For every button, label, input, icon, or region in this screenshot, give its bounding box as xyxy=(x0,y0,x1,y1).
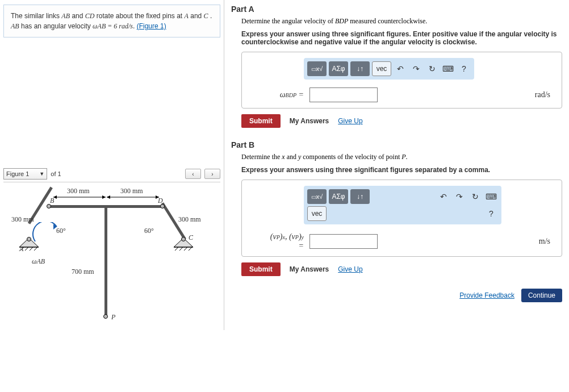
angle-60-left: 60° xyxy=(56,227,66,235)
help-button-b[interactable]: ? xyxy=(484,207,498,220)
A: A xyxy=(185,12,189,20)
undo-button-b[interactable]: ↶ xyxy=(437,190,450,203)
my-answers-label-a: My Answers xyxy=(290,117,329,125)
my-answers-label-b: My Answers xyxy=(290,265,329,273)
CD: CD xyxy=(85,12,95,20)
part-a-answer-box: ▭x√ ΑΣφ ↓↑ vec ↶ ↷ ↻ ⌨ ? ωBDP = rad/s xyxy=(241,52,562,109)
redo-button-b[interactable]: ↷ xyxy=(453,190,466,203)
problem-statement: The similar links AB and CD rotate about… xyxy=(3,5,220,37)
template-button-b[interactable]: ▭x√ xyxy=(307,189,327,204)
equation-toolbar-a: ▭x√ ΑΣφ ↓↑ vec ↶ ↷ ↻ ⌨ ? xyxy=(304,58,474,80)
svg-line-8 xyxy=(175,247,178,251)
subscript-button[interactable]: ↓↑ xyxy=(350,61,370,76)
figure-select[interactable]: Figure 1 ▼ xyxy=(3,168,47,180)
vec-button-b[interactable]: vec xyxy=(307,206,327,221)
label-C: C xyxy=(189,233,193,242)
eq-label-a: ωBDP = xyxy=(250,90,304,99)
t2: and xyxy=(72,12,85,20)
part-a-instruction: Determine the angular velocity of BDP me… xyxy=(241,17,562,26)
undo-button[interactable]: ↶ xyxy=(394,62,407,76)
label-wab: ωAB xyxy=(32,257,45,266)
part-b-instruction: Determine the x and y components of the … xyxy=(241,153,562,161)
figure-1: 300 mm 300 mm 300 mm 300 mm 60° 60° 700 … xyxy=(3,188,208,330)
figure-next-button[interactable]: › xyxy=(204,169,220,179)
reset-button[interactable]: ↻ xyxy=(425,62,439,76)
angle-60-right: 60° xyxy=(144,227,154,235)
give-up-link-b[interactable]: Give Up xyxy=(338,265,362,273)
dim-300d: 300 mm xyxy=(178,215,201,224)
AB: AB xyxy=(61,12,70,20)
t5: . xyxy=(210,12,212,20)
unit-b: m/s xyxy=(539,237,554,246)
figure-select-label: Figure 1 xyxy=(6,170,29,177)
divider xyxy=(3,182,220,182)
answer-input-b[interactable] xyxy=(309,234,378,249)
provide-feedback-link[interactable]: Provide Feedback xyxy=(459,291,514,299)
dim-300b: 300 mm xyxy=(120,187,143,195)
continue-button[interactable]: Continue xyxy=(521,289,562,302)
part-b-hint: Express your answers using three signifi… xyxy=(241,166,562,174)
submit-button-a[interactable]: Submit xyxy=(241,114,281,128)
part-b-answer-box: ▭x√ ΑΣφ ↓↑ ↶ ↷ ↻ ⌨ vec ? (vP)x, (vP)y= m… xyxy=(241,180,562,257)
keyboard-button-b[interactable]: ⌨ xyxy=(484,190,498,203)
submit-button-b[interactable]: Submit xyxy=(241,262,281,276)
part-b-title: Part B xyxy=(231,140,562,149)
part-a-hint: Express your answer using three signific… xyxy=(241,30,562,46)
t6: has an angular velocity xyxy=(21,22,93,30)
figure-link[interactable]: (Figure 1) xyxy=(137,22,166,30)
figure-selector-bar: Figure 1 ▼ of 1 ‹ › xyxy=(3,168,220,180)
part-a-title: Part A xyxy=(231,5,562,14)
t4: and xyxy=(190,12,203,20)
svg-line-10 xyxy=(184,247,187,251)
AB2: AB xyxy=(11,22,19,30)
vec-button[interactable]: vec xyxy=(372,61,391,76)
subscript-button-b[interactable]: ↓↑ xyxy=(350,189,370,204)
t1: The similar links xyxy=(11,12,61,20)
keyboard-button[interactable]: ⌨ xyxy=(441,62,455,76)
t3: rotate about the fixed pins at xyxy=(97,12,185,20)
help-button[interactable]: ? xyxy=(457,62,471,76)
chevron-down-icon: ▼ xyxy=(39,171,44,177)
label-B: B xyxy=(50,197,54,205)
answer-input-a[interactable] xyxy=(309,87,378,102)
reset-button-b[interactable]: ↻ xyxy=(468,190,482,203)
dim-300c: 300 mm xyxy=(11,215,34,224)
figure-prev-button[interactable]: ‹ xyxy=(185,169,201,179)
svg-marker-17 xyxy=(107,195,110,199)
give-up-link-a[interactable]: Give Up xyxy=(338,117,362,125)
equation-toolbar-b: ▭x√ ΑΣφ ↓↑ ↶ ↷ ↻ ⌨ vec ? xyxy=(304,186,501,224)
svg-line-11 xyxy=(189,247,192,251)
label-D: D xyxy=(158,197,163,205)
eq-label-b: (vP)x, (vP)y= xyxy=(250,232,304,251)
greek-button-b[interactable]: ΑΣφ xyxy=(329,189,348,204)
C: C xyxy=(204,12,208,20)
svg-marker-15 xyxy=(102,195,106,199)
label-P: P xyxy=(111,313,115,322)
redo-button[interactable]: ↷ xyxy=(409,62,423,76)
figure-count: of 1 xyxy=(51,170,61,177)
svg-line-9 xyxy=(179,247,183,251)
unit-a: rad/s xyxy=(535,90,554,99)
dim-300a: 300 mm xyxy=(67,187,90,195)
dim-700: 700 mm xyxy=(72,268,94,276)
svg-line-3 xyxy=(25,247,28,251)
template-button[interactable]: ▭x√ xyxy=(307,61,327,76)
greek-button[interactable]: ΑΣφ xyxy=(329,61,348,76)
omega: ωAB = 6 rad/s xyxy=(93,22,133,30)
label-A: A xyxy=(19,245,23,253)
